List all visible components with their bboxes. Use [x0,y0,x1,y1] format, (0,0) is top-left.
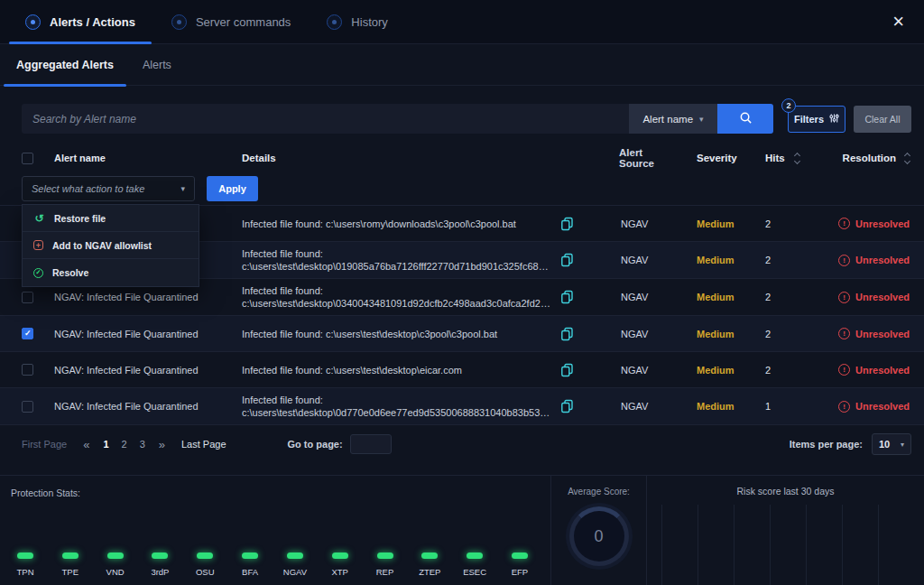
filters-count-badge: 2 [781,98,796,113]
protection-toggle[interactable]: VND [96,552,135,577]
toggle-on-indicator[interactable] [242,552,258,559]
chevron-down-icon: ▾ [699,115,704,124]
protection-stats-label: Protection Stats: [11,488,550,498]
search-input[interactable] [22,104,629,134]
items-per-page-value: 10 [879,439,890,450]
subtab-alerts[interactable]: Alerts [128,44,186,85]
next-page-icon[interactable]: » [159,438,165,451]
protection-toggle[interactable]: 3rdP [140,552,180,577]
history-icon [327,14,342,30]
tab-label: Alerts / Actions [50,15,135,29]
toggle-on-indicator[interactable] [421,552,438,559]
protection-toggle[interactable]: EFP [500,552,540,577]
hits-cell: 2 [731,255,805,265]
search-button[interactable] [717,104,773,134]
search-icon [739,111,753,127]
hits-cell: 1 [731,401,805,412]
copy-icon[interactable] [560,399,574,413]
toggle-on-indicator[interactable] [152,552,168,559]
protection-toggle[interactable]: XTP [320,552,360,577]
alert-source-cell: NGAV [579,292,662,302]
page-number-2[interactable]: 2 [122,439,127,450]
details-line-1: Infected file found: c:\users\romy\downl… [242,218,551,230]
details-cell: Infected file found: c:\users\test\deskt… [242,322,579,346]
protection-toggle[interactable]: BFA [230,552,270,577]
toggle-on-indicator[interactable] [17,552,33,559]
average-score-gauge: 0 [569,506,629,566]
menu-item-label: Resolve [52,267,88,278]
hits-cell: 2 [731,365,805,376]
last-page-button[interactable]: Last Page [181,439,226,450]
details-cell: Infected file found: c:\users\test\deskt… [242,279,579,315]
filters-button[interactable]: 2 Filters [788,106,845,133]
page-number-1[interactable]: 1 [103,439,108,450]
tab-alerts-actions[interactable]: Alerts / Actions [7,0,153,43]
protection-toggle[interactable]: TPN [5,552,45,577]
risk-chart-grid [661,505,911,585]
protection-toggle[interactable]: REP [365,552,405,577]
row-checkbox[interactable] [22,328,33,339]
row-checkbox[interactable] [22,401,33,413]
toggle-on-indicator[interactable] [197,552,213,559]
resolution-cell: ! Unresolved [805,218,911,229]
unresolved-icon: ! [838,218,850,229]
toggle-on-indicator[interactable] [62,552,79,559]
items-per-page-dropdown[interactable]: 10 ▾ [872,433,911,455]
copy-icon[interactable] [560,327,574,341]
header-resolution: Resolution [805,153,911,163]
protection-toggle[interactable]: OSU [185,552,225,577]
table-row[interactable]: NGAV: Infected File Quarantined Infected… [0,315,924,351]
copy-icon[interactable] [560,290,574,304]
menu-item-resolve[interactable]: Resolve [23,259,199,286]
go-to-page-input[interactable] [350,434,392,454]
resolution-status: Unresolved [855,218,910,229]
details-line-1: Infected file found: [242,284,551,297]
page-number-3[interactable]: 3 [140,439,145,450]
row-checkbox[interactable] [22,364,33,376]
select-all-checkbox[interactable] [22,153,33,164]
copy-icon[interactable] [560,253,574,267]
toggle-label: EFP [512,567,528,577]
filters-label: Filters [794,114,824,125]
search-field-dropdown[interactable]: Alert name ▾ [629,104,717,134]
toggle-on-indicator[interactable] [512,552,528,559]
menu-item-add-to-ngav-allowlist[interactable]: Add to NGAV allowlist [23,232,199,259]
tab-server-commands[interactable]: Server commands [153,0,309,43]
sort-hits-icon[interactable] [795,153,799,163]
toggle-on-indicator[interactable] [287,552,303,559]
protection-toggle[interactable]: NGAV [275,552,315,577]
first-page-button[interactable]: First Page [22,439,67,450]
unresolved-icon: ! [838,401,850,413]
tab-history[interactable]: History [309,0,405,43]
menu-item-restore-file[interactable]: Restore file [23,205,199,232]
protection-toggle[interactable]: ZTEP [410,552,449,577]
action-select-dropdown[interactable]: Select what action to take ▾ [22,176,195,201]
copy-icon[interactable] [560,217,574,231]
protection-toggle[interactable]: ESEC [455,552,494,577]
alert-source-cell: NGAV [579,255,662,265]
toggle-on-indicator[interactable] [332,552,348,559]
resolution-cell: ! Unresolved [805,401,911,413]
subtab-aggregated-alerts[interactable]: Aggregated Alerts [2,44,128,85]
status-footer: Protection Stats: TPN TPE VND 3rdP OSU B… [0,475,924,585]
prev-page-icon[interactable]: « [83,438,89,451]
row-checkbox[interactable] [22,292,33,303]
resolution-cell: ! Unresolved [805,364,911,376]
toggle-on-indicator[interactable] [377,552,393,559]
alert-name-cell: NGAV: Infected File Quarantined [54,329,242,339]
toggle-on-indicator[interactable] [467,552,483,559]
toggle-on-indicator[interactable] [107,552,124,559]
alerts-table: Alert name Details Alert Source Severity… [0,144,924,425]
details-cell: Infected file found: c:\users\test\deskt… [242,358,579,382]
copy-icon[interactable] [560,363,574,377]
clear-all-button[interactable]: Clear All [854,106,911,133]
sort-resolution-icon[interactable] [905,153,910,163]
close-icon[interactable]: × [887,10,910,33]
unresolved-icon: ! [838,255,850,266]
severity-badge: Medium [697,401,735,412]
protection-toggle[interactable]: TPE [51,552,90,577]
table-row[interactable]: NGAV: Infected File Quarantined Infected… [0,351,924,387]
table-row[interactable]: NGAV: Infected File Quarantined Infected… [0,387,924,425]
apply-button[interactable]: Apply [207,176,258,201]
severity-badge: Medium [697,292,735,302]
